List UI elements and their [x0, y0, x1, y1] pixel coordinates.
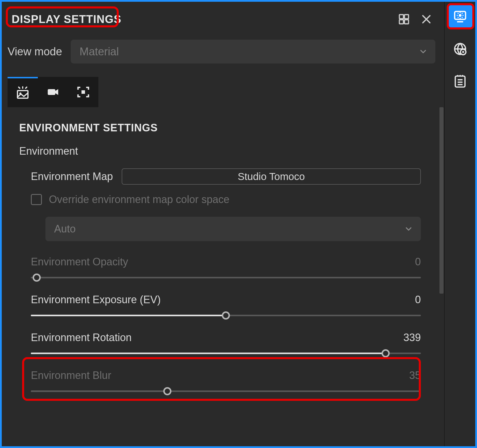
colorspace-select[interactable]: Auto [45, 217, 421, 241]
svg-rect-2 [399, 20, 403, 24]
svg-line-22 [462, 13, 462, 14]
view-mode-value: Material [79, 45, 119, 58]
override-colorspace-checkbox[interactable] [31, 194, 42, 205]
section-title: ENVIRONMENT SETTINGS [19, 122, 438, 134]
svg-marker-12 [55, 89, 58, 95]
environment-map-value: Studio Tomoco [238, 171, 305, 182]
settings-tabs [2, 72, 444, 107]
environment-map-row: Environment Map Studio Tomoco [19, 168, 438, 185]
svg-rect-13 [81, 90, 85, 94]
environment-exposure-slider[interactable] [31, 311, 421, 320]
environment-opacity-group: Environment Opacity 0 [19, 256, 438, 282]
environment-rotation-slider[interactable] [31, 349, 421, 358]
view-mode-label: View mode [8, 45, 62, 58]
environment-opacity-value: 0 [415, 256, 421, 268]
tab-camera[interactable] [38, 77, 68, 107]
tab-viewport[interactable] [68, 77, 98, 107]
environment-rotation-value: 339 [403, 331, 421, 344]
environment-blur-slider[interactable] [31, 387, 421, 396]
environment-exposure-value: 0 [415, 294, 421, 306]
svg-line-10 [26, 87, 27, 88]
panel-header: DISPLAY SETTINGS [2, 2, 444, 34]
svg-line-8 [19, 87, 20, 88]
chevron-down-icon [404, 224, 413, 234]
override-colorspace-row: Override environment map color space [19, 193, 438, 206]
svg-rect-3 [405, 20, 409, 24]
section-subtitle: Environment [19, 145, 438, 157]
environment-blur-value: 35 [409, 369, 421, 382]
environment-map-label: Environment Map [31, 170, 113, 183]
chevron-down-icon [419, 47, 428, 56]
environment-blur-label: Environment Blur [31, 369, 111, 382]
tab-environment[interactable] [8, 77, 38, 107]
sidebar-world-settings-button[interactable] [448, 37, 472, 61]
environment-opacity-label: Environment Opacity [31, 256, 128, 268]
header-actions [398, 13, 432, 25]
environment-opacity-slider[interactable] [31, 273, 421, 282]
dock-icon[interactable] [398, 13, 410, 25]
svg-line-23 [458, 17, 458, 18]
view-mode-row: View mode Material [2, 34, 444, 72]
sidebar-display-settings-button[interactable] [448, 4, 472, 29]
right-sidebar [444, 2, 475, 446]
sidebar-notes-button[interactable] [448, 69, 472, 94]
svg-rect-1 [405, 15, 409, 19]
svg-point-27 [462, 51, 464, 53]
svg-point-16 [459, 14, 462, 17]
svg-line-24 [462, 17, 462, 18]
close-icon[interactable] [420, 13, 432, 25]
override-colorspace-label: Override environment map color space [49, 193, 229, 206]
environment-exposure-group: Environment Exposure (EV) 0 [19, 294, 438, 320]
environment-rotation-label: Environment Rotation [31, 331, 132, 344]
settings-content: ENVIRONMENT SETTINGS Environment Environ… [2, 107, 444, 396]
panel-title: DISPLAY SETTINGS [10, 11, 125, 27]
svg-rect-11 [48, 89, 55, 95]
environment-rotation-group: Environment Rotation 339 [19, 331, 438, 358]
view-mode-select[interactable]: Material [71, 40, 435, 64]
svg-rect-0 [399, 15, 403, 19]
environment-map-select[interactable]: Studio Tomoco [122, 168, 421, 185]
colorspace-value: Auto [54, 223, 76, 235]
svg-line-21 [458, 13, 458, 14]
app-window: DISPLAY SETTINGS [0, 0, 477, 448]
scrollbar[interactable] [439, 107, 444, 294]
environment-blur-group: Environment Blur 35 [19, 369, 438, 396]
environment-exposure-label: Environment Exposure (EV) [31, 294, 161, 306]
display-settings-panel: DISPLAY SETTINGS [2, 2, 444, 446]
